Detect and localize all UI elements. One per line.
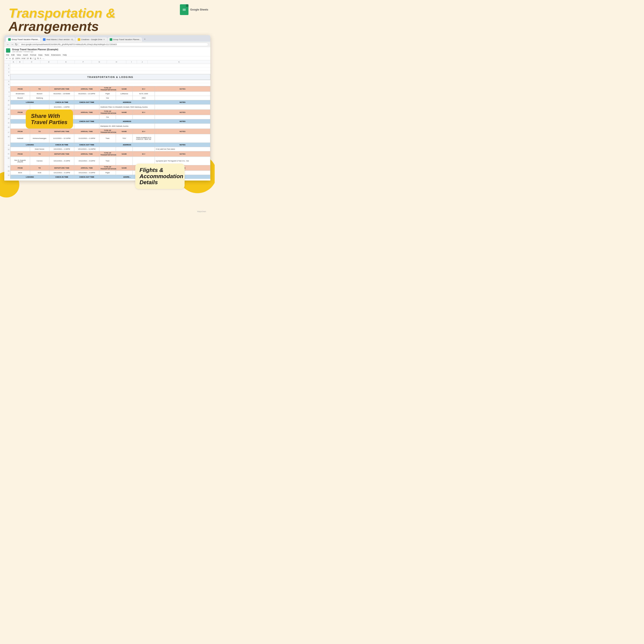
table-row: Munich Salzburg Car 2502 xyxy=(11,96,210,100)
table-row: 8/12/2021 – 1:00PM Südtiroler Platz 13, … xyxy=(11,105,210,110)
svg-rect-2 xyxy=(183,10,186,10)
col-g: G xyxy=(92,60,107,64)
svg-rect-3 xyxy=(183,10,186,11)
menu-help[interactable]: Help xyxy=(63,54,67,56)
toolbar-size[interactable]: 10 xyxy=(27,57,29,59)
col-notes: NOTES xyxy=(155,86,210,92)
tab-close-1[interactable]: ✕ xyxy=(40,38,40,41)
menu-extensions[interactable]: Extensions xyxy=(51,54,61,56)
menu-data[interactable]: Data xyxy=(38,54,42,56)
menu-tools[interactable]: Tools xyxy=(44,54,49,56)
row-5: 5 xyxy=(4,80,210,83)
new-tab-button[interactable]: + xyxy=(142,36,147,42)
col-a: A xyxy=(10,60,17,64)
col-to: TO xyxy=(30,86,49,92)
title-line1: Transportation & xyxy=(9,6,206,20)
table-row: Amsterdam Munich 8/12/2021 – 10:50AM 8/1… xyxy=(11,92,210,96)
col-f: F xyxy=(75,60,92,64)
reload-button[interactable]: ↻ xyxy=(15,43,18,46)
row-numbers: 7 8 9 10 11 12 13 14 15 16 17 18 19 20 2… xyxy=(4,86,10,179)
menu-file[interactable]: File xyxy=(6,54,9,56)
forward-button[interactable]: → xyxy=(11,43,14,46)
menu-format[interactable]: Format xyxy=(30,54,36,56)
sheets-title-bar: Group Travel Vacation Planner (Example) … xyxy=(4,47,210,53)
back-button[interactable]: ← xyxy=(6,43,9,46)
col-d: D xyxy=(40,60,58,64)
google-sheets-logo: Google Sheets xyxy=(180,4,208,15)
toolbar-more[interactable]: ··· xyxy=(43,57,44,59)
sheets-toolbar: ↩ ↪ 🖨 100% Arial 10 B I U S̶ A ··· xyxy=(4,56,210,60)
col-e: E xyxy=(58,60,75,64)
sheet-title-cell: TRANSPORTATION & LODGING xyxy=(10,74,210,80)
sheets-menu: File Edit View Insert Format Data Tools … xyxy=(4,53,210,56)
callout-share-text: Share With Travel Parties xyxy=(31,113,68,125)
tab-favicon-1 xyxy=(8,38,11,41)
svg-rect-1 xyxy=(183,9,186,9)
address-bar: ← → ↻ docs.google.com/spreadsheets/d/1NX… xyxy=(4,42,210,47)
col-name: NAME xyxy=(116,86,133,92)
tab-favicon-3 xyxy=(78,38,80,41)
row-1: 1 xyxy=(4,64,210,67)
sheets-doc-title: Group Travel Vacation Planner (Example) … xyxy=(12,48,58,53)
row-3: 3 xyxy=(4,71,210,74)
browser-tab-4[interactable]: Group Travel Vacation Planner... ✕ xyxy=(108,37,142,42)
address-input[interactable]: docs.google.com/spreadsheets/d/1NX9tHLRl… xyxy=(19,43,208,46)
menu-edit[interactable]: Edit xyxy=(11,54,15,56)
row-6: 6 xyxy=(4,83,210,86)
tab-favicon-4 xyxy=(110,38,112,41)
sheets-logo-small xyxy=(6,48,10,53)
menu-insert[interactable]: Insert xyxy=(23,54,28,56)
sheets-toolbar-area: Group Travel Vacation Planner (Example) … xyxy=(4,47,210,60)
toolbar-undo[interactable]: ↩ xyxy=(6,57,8,59)
row-2: 2 xyxy=(4,67,210,71)
browser-tab-3[interactable]: Creatives - Google Drive ✕ xyxy=(76,37,107,42)
row-4-title: 4 TRANSPORTATION & LODGING xyxy=(4,74,210,80)
google-sheets-icon xyxy=(180,4,188,15)
tab-label-4: Group Travel Vacation Planner... xyxy=(113,38,141,41)
toolbar-color[interactable]: A xyxy=(40,57,41,59)
browser-window: Group Travel Vacation Planner... ✕ Heat … xyxy=(4,35,210,181)
google-sheets-text: Google Sheets xyxy=(190,8,208,11)
col-k: K xyxy=(148,60,210,64)
table-header-row: FROM TO DEPARTURE TIME ARRIVAL TIME TYPE… xyxy=(11,86,210,92)
toolbar-zoom[interactable]: 100% xyxy=(15,57,20,59)
title-line2: Arrangements xyxy=(9,20,206,33)
toolbar-underline[interactable]: U xyxy=(35,57,36,59)
col-i: I xyxy=(126,60,137,64)
callout-flights-text: Flights & Accommodation Details xyxy=(140,167,180,185)
col-j: J xyxy=(137,60,148,64)
table-row: Hallstatt Hohenschwangau 11/12/2021 – 12… xyxy=(11,134,210,143)
toolbar-redo[interactable]: ↪ xyxy=(9,57,11,59)
browser-tabs: Group Travel Vacation Planner... ✕ Heat … xyxy=(4,35,210,42)
toolbar-strikethrough[interactable]: S̶ xyxy=(37,57,39,59)
col-arrival: ARRIVAL TIME xyxy=(74,86,99,92)
menu-view[interactable]: View xyxy=(17,54,21,56)
tab-close-3[interactable]: ✕ xyxy=(103,38,105,41)
browser-tab-1[interactable]: Group Travel Vacation Planner... ✕ xyxy=(6,37,40,42)
watermark: MayaJean xyxy=(197,210,206,213)
transport-header-row-3: FROM TO DEPARTURE TIME ARRIVAL TIME TYPE… xyxy=(11,129,210,134)
col-departure: DEPARTURE TIME xyxy=(49,86,74,92)
tab-label-2: Heat Waves 1 hour version - G... xyxy=(46,38,74,41)
col-h: H xyxy=(107,60,126,64)
callout-flights: Flights & Accommodation Details xyxy=(135,164,185,189)
col-id: ID # xyxy=(132,86,155,92)
toolbar-print[interactable]: 🖨 xyxy=(12,57,14,59)
toolbar-font[interactable]: Arial xyxy=(21,57,25,59)
toolbar-italic[interactable]: I xyxy=(33,57,33,59)
transport-header-row-4: FROM TO DEPARTURE TIME ARRIVAL TIME TYPE… xyxy=(11,151,210,157)
col-type: TYPE OF TRANSPORTATION xyxy=(99,86,116,92)
col-b: B xyxy=(17,60,23,64)
lodging-header-row-3: LODGING CHECK-IN TIME CHECK-OUT TIME ADD… xyxy=(11,143,210,147)
browser-tab-2[interactable]: Heat Waves 1 hour version - G... ✕ xyxy=(41,37,75,42)
col-c: C xyxy=(23,60,40,64)
tab-label-1: Group Travel Vacation Planner... xyxy=(12,38,39,41)
tab-close-4[interactable]: ✕ xyxy=(142,38,142,41)
tab-label-3: Creatives - Google Drive xyxy=(81,38,102,41)
toolbar-bold[interactable]: B xyxy=(30,57,32,59)
lodging-header-row: LODGING CHECK-IN TIME CHECK-OUT TIME ADD… xyxy=(11,100,210,105)
table-row: Hotel Sonne 13/12/2021 – 1:30PM 15/12/20… xyxy=(11,147,210,151)
callout-share: Share With Travel Parties xyxy=(26,109,73,129)
col-from: FROM xyxy=(11,86,30,92)
tab-favicon-2 xyxy=(43,38,46,41)
